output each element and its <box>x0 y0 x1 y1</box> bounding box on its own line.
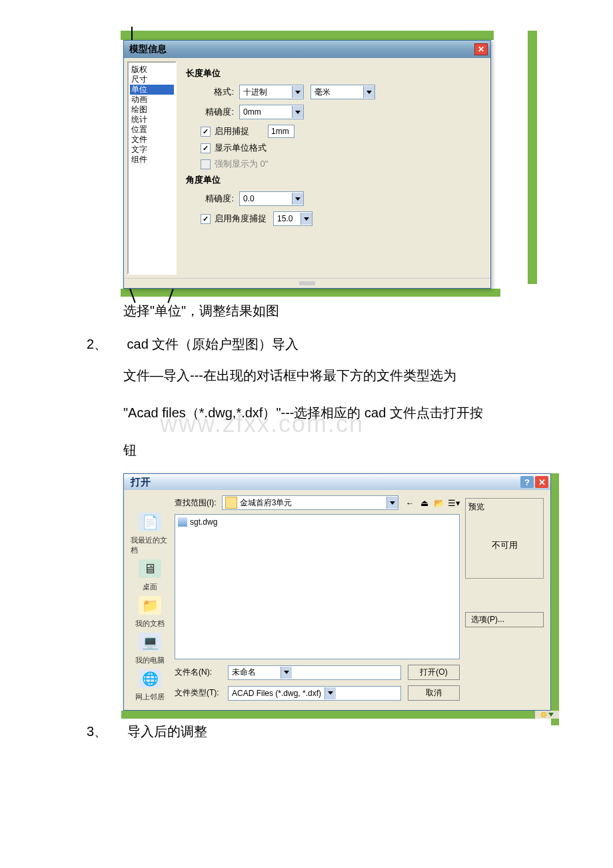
format-select[interactable]: 十进制 <box>239 85 304 99</box>
preview-panel: 预览 不可用 <box>465 498 544 579</box>
network-icon[interactable]: 🌐 <box>139 669 161 688</box>
help-icon[interactable]: ? <box>520 476 534 488</box>
network-label: 网上邻居 <box>135 692 165 702</box>
desktop-label: 桌面 <box>143 582 157 592</box>
list-number-2: 2、 <box>87 335 123 353</box>
recent-docs-label: 我最近的文档 <box>131 535 169 555</box>
recent-docs-icon[interactable]: 📄 <box>139 513 161 531</box>
resize-handle-icon[interactable] <box>124 278 490 288</box>
model-info-dialog: 模型信息 ✕ 版权 尺寸 单位 动画 绘图 统计 位置 文件 文字 组件 长度单… <box>123 40 491 289</box>
angle-units-header: 角度单位 <box>186 174 481 186</box>
snap-value-input[interactable]: 1mm <box>268 125 295 138</box>
cancel-button[interactable]: 取消 <box>408 685 460 701</box>
enable-angle-snap-checkbox[interactable] <box>201 214 211 224</box>
caption-select-units: 选择"单位"，调整结果如图 <box>123 295 526 326</box>
filetype-select[interactable]: ACAD Files (*.dwg, *.dxf) <box>228 686 401 701</box>
sidebar-item-text[interactable]: 文字 <box>130 145 174 155</box>
options-button[interactable]: 选项(P)... <box>465 612 544 627</box>
file-item-name: sgt.dwg <box>190 517 217 527</box>
mycomputer-label: 我的电脑 <box>135 655 165 665</box>
lookin-label: 查找范围(I): <box>175 497 217 509</box>
sidebar-item-dimensions[interactable]: 尺寸 <box>130 75 174 85</box>
places-bar: 📄 我最近的文档 🖥 桌面 📁 我的文档 💻 我的电脑 🌐 网上邻居 <box>131 495 169 702</box>
lookin-select[interactable]: 金城首府3单元 <box>222 495 398 510</box>
format-label: 格式: <box>186 86 234 98</box>
sidebar-item-animation[interactable]: 动画 <box>130 95 174 105</box>
paragraph-2a: 文件—导入---在出现的对话框中将最下方的文件类型选为 <box>123 360 526 391</box>
open-file-dialog: 打开 ? ✕ 📄 我最近的文档 🖥 桌面 📁 我的文档 💻 我的电脑 <box>123 473 551 711</box>
paragraph-2c: 钮 <box>123 435 526 465</box>
up-icon[interactable]: ⏏ <box>418 497 430 509</box>
file-item[interactable]: sgt.dwg <box>178 517 456 527</box>
sidebar-item-location[interactable]: 位置 <box>130 125 174 135</box>
views-icon[interactable]: ☰▾ <box>448 497 460 509</box>
length-units-header: 长度单位 <box>186 67 481 79</box>
back-icon[interactable]: ← <box>404 497 416 509</box>
mycomputer-icon[interactable]: 💻 <box>139 633 161 651</box>
dwg-file-icon <box>178 517 187 527</box>
new-folder-icon[interactable]: 📂 <box>433 497 445 509</box>
desktop-icon[interactable]: 🖥 <box>139 559 161 578</box>
close-icon[interactable]: ✕ <box>535 476 548 488</box>
mydocs-label: 我的文档 <box>135 619 165 629</box>
filetype-label: 文件类型(T): <box>175 687 221 699</box>
list-number-3: 3、 <box>87 723 123 741</box>
close-icon[interactable]: ✕ <box>474 43 488 55</box>
precision-select[interactable]: 0mm <box>239 105 304 119</box>
angle-precision-label: 精确度: <box>186 193 234 205</box>
precision-label: 精确度: <box>186 106 234 118</box>
sidebar-item-copyright[interactable]: 版权 <box>130 65 174 75</box>
model-info-sidebar: 版权 尺寸 单位 动画 绘图 统计 位置 文件 文字 组件 <box>127 61 177 275</box>
filename-label: 文件名(N): <box>175 667 221 678</box>
show-units-label: 显示单位格式 <box>215 142 267 154</box>
sidebar-item-file[interactable]: 文件 <box>130 135 174 145</box>
model-info-titlebar[interactable]: 模型信息 ✕ <box>124 41 490 58</box>
sidebar-item-rendering[interactable]: 绘图 <box>130 105 174 115</box>
mydocs-icon[interactable]: 📁 <box>139 596 161 615</box>
status-tray-icon <box>535 711 559 719</box>
preview-label: 预览 <box>468 501 540 513</box>
open-button[interactable]: 打开(O) <box>408 665 460 680</box>
sidebar-item-statistics[interactable]: 统计 <box>130 115 174 125</box>
angle-precision-select[interactable]: 0.0 <box>239 191 304 206</box>
enable-snap-label: 启用捕捉 <box>215 125 249 137</box>
enable-snap-checkbox[interactable] <box>201 127 211 137</box>
force-zero-checkbox <box>201 159 211 169</box>
angle-snap-select[interactable]: 15.0 <box>273 211 312 226</box>
enable-angle-snap-label: 启用角度捕捉 <box>215 213 267 225</box>
format-unit-select[interactable]: 毫米 <box>310 85 375 99</box>
model-info-title: 模型信息 <box>129 43 167 55</box>
open-dialog-titlebar[interactable]: 打开 ? ✕ <box>124 474 550 490</box>
preview-na: 不可用 <box>468 515 540 575</box>
folder-icon <box>225 497 237 509</box>
paragraph-2b: "Acad files（*.dwg,*.dxf）"---选择相应的 cad 文件… <box>123 397 526 428</box>
sidebar-item-components[interactable]: 组件 <box>130 155 174 165</box>
file-list[interactable]: sgt.dwg <box>175 514 460 659</box>
force-zero-label: 强制显示为 0" <box>215 158 268 170</box>
sidebar-item-units[interactable]: 单位 <box>130 85 174 95</box>
filename-input[interactable]: 未命名 <box>228 665 401 680</box>
show-units-checkbox[interactable] <box>201 143 211 153</box>
open-dialog-title: 打开 <box>131 476 151 489</box>
list-item-3-title: 导入后的调整 <box>127 724 207 739</box>
list-item-2-title: cad 文件（原始户型图）导入 <box>127 337 299 351</box>
